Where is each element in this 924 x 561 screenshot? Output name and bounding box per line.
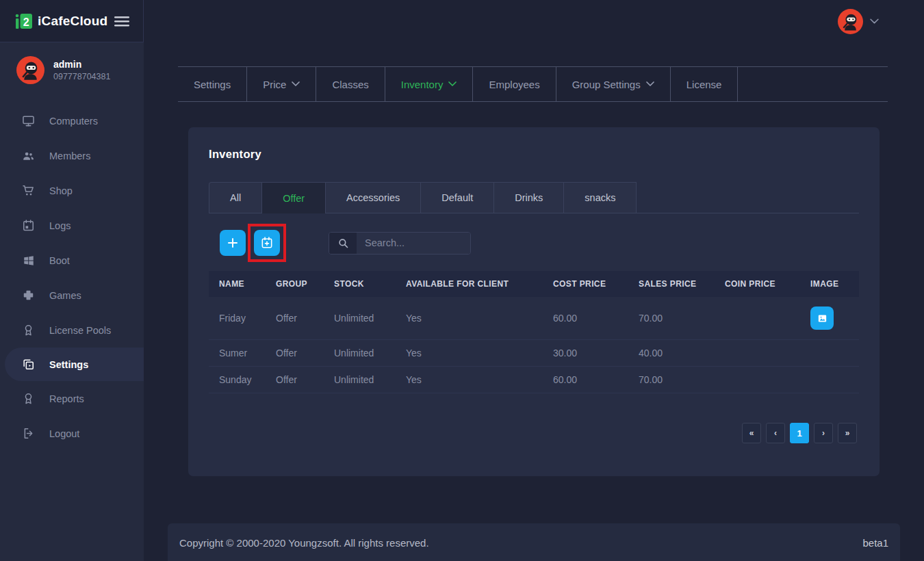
search-input[interactable] [357, 233, 470, 254]
profile-avatar [16, 56, 44, 84]
add-item-button[interactable] [220, 230, 246, 256]
cell-available: Yes [396, 348, 543, 358]
nav-tab-price[interactable]: Price [247, 67, 316, 101]
settings-nav: SettingsPriceClassesInventoryEmployeesGr… [178, 66, 888, 102]
icafecloud-logo-icon: 2 [15, 12, 33, 30]
cart-icon [22, 184, 35, 197]
inventory-tab-offer[interactable]: Offer [261, 182, 326, 213]
table-header-row: NAMEGROUPSTOCKAVAILABLE FOR CLIENTCOST P… [209, 271, 859, 297]
prev-page-button[interactable]: ‹ [766, 423, 785, 443]
column-header: COST PRICE [543, 279, 628, 289]
cell-sales: 70.00 [628, 313, 715, 324]
cell-group: Offer [266, 313, 324, 324]
column-header: NAME [209, 279, 266, 289]
column-header: SALES PRICE [628, 279, 715, 289]
sidebar-item-members[interactable]: Members [0, 138, 144, 173]
sidebar-item-settings[interactable]: Settings [5, 348, 144, 381]
user-avatar [838, 9, 863, 34]
cell-stock: Unlimited [324, 374, 396, 385]
cell-image [800, 306, 859, 330]
annotation-highlight-box [248, 224, 286, 262]
sidebar-item-shop[interactable]: Shop [0, 173, 144, 208]
sidebar-item-label: Boot [49, 255, 70, 266]
cell-cost: 60.00 [543, 313, 628, 324]
search-box [329, 232, 471, 255]
sidebar-item-label: Reports [49, 393, 84, 404]
calendar-plus-icon [260, 236, 274, 250]
inventory-tab-accessories[interactable]: Accessories [325, 182, 421, 213]
cell-available: Yes [396, 313, 543, 324]
footer: Copyright © 2000-2020 Youngzsoft. All ri… [168, 523, 900, 561]
inventory-tab-snacks[interactable]: snacks [563, 182, 637, 213]
svg-text:2: 2 [23, 16, 29, 27]
plus-icon [227, 237, 239, 249]
table-body: FridayOfferUnlimitedYes60.0070.00SumerOf… [209, 297, 859, 393]
image-icon [817, 313, 828, 324]
sidebar-item-computers[interactable]: Computers [0, 103, 144, 138]
brand-text: iCafeCloud [38, 14, 107, 29]
nav-tab-label: Group Settings [572, 79, 641, 90]
nav-tab-label: Classes [332, 79, 368, 90]
sidebar: admin 097778704381 ComputersMembersShopL… [0, 42, 144, 561]
icafecloud-logo[interactable]: 2 iCafeCloud [15, 12, 107, 30]
sidebar-item-label: Settings [49, 359, 88, 370]
cell-sales: 40.00 [628, 348, 715, 358]
brand-area: 2 iCafeCloud [0, 0, 144, 42]
inventory-toolbar [209, 224, 859, 262]
first-page-button[interactable]: « [742, 423, 761, 443]
calendar-icon [22, 219, 35, 232]
nav-tab-settings[interactable]: Settings [178, 67, 247, 101]
nav-tab-classes[interactable]: Classes [316, 67, 385, 101]
sidebar-item-reports[interactable]: Reports [0, 381, 144, 416]
nav-tab-label: License [686, 79, 722, 90]
version-label: beta1 [862, 537, 888, 549]
sidebar-item-label: License Pools [49, 325, 111, 336]
inventory-tabs: AllOfferAccessoriesDefaultDrinkssnacks [209, 182, 859, 213]
nav-tab-inventory[interactable]: Inventory [385, 67, 474, 101]
import-items-button[interactable] [254, 230, 280, 256]
cell-available: Yes [396, 374, 543, 385]
cell-group: Offer [266, 348, 324, 358]
page-1-button[interactable]: 1 [790, 423, 809, 443]
user-menu-chevron-icon [870, 18, 879, 25]
hamburger-icon[interactable] [114, 16, 129, 27]
sidebar-item-logout[interactable]: Logout [0, 416, 144, 451]
cell-name: Sunday [209, 374, 266, 385]
sidebar-item-games[interactable]: Games [0, 278, 144, 313]
sidebar-item-label: Members [49, 151, 90, 161]
inventory-card: Inventory AllOfferAccessoriesDefaultDrin… [188, 127, 880, 476]
sidebar-item-boot[interactable]: Boot [0, 243, 144, 278]
topbar: 2 iCafeCloud [0, 0, 924, 42]
next-page-button[interactable]: › [814, 423, 833, 443]
chevron-down-icon [292, 81, 300, 87]
cell-sales: 70.00 [628, 374, 715, 385]
column-header: IMAGE [800, 279, 859, 289]
sidebar-item-logs[interactable]: Logs [0, 208, 144, 243]
nav-tab-label: Price [263, 79, 286, 90]
last-page-button[interactable]: » [838, 423, 857, 443]
inventory-table: NAMEGROUPSTOCKAVAILABLE FOR CLIENTCOST P… [209, 271, 859, 393]
table-row: SundayOfferUnlimitedYes60.0070.00 [209, 367, 859, 393]
members-icon [22, 149, 35, 162]
chevron-down-icon [448, 81, 457, 87]
inventory-tab-drinks[interactable]: Drinks [493, 182, 564, 213]
nav-tab-license[interactable]: License [671, 67, 739, 101]
layers-icon [22, 358, 35, 371]
sidebar-menu: ComputersMembersShopLogsBootGamesLicense… [0, 103, 144, 451]
profile-name: admin [53, 59, 110, 70]
user-menu[interactable] [838, 9, 879, 34]
inventory-tab-default[interactable]: Default [420, 182, 494, 213]
badge-icon [22, 392, 35, 405]
inventory-tab-all[interactable]: All [209, 182, 262, 213]
cell-stock: Unlimited [324, 313, 396, 324]
nav-tab-group-settings[interactable]: Group Settings [556, 67, 671, 101]
logout-icon [22, 427, 35, 440]
nav-tab-label: Inventory [401, 79, 444, 90]
cell-group: Offer [266, 374, 324, 385]
profile-phone: 097778704381 [53, 72, 110, 81]
image-button[interactable] [810, 306, 834, 330]
sidebar-item-license-pools[interactable]: License Pools [0, 313, 144, 348]
nav-tab-employees[interactable]: Employees [473, 67, 556, 101]
sidebar-item-label: Computers [49, 116, 98, 127]
cell-cost: 60.00 [543, 374, 628, 385]
